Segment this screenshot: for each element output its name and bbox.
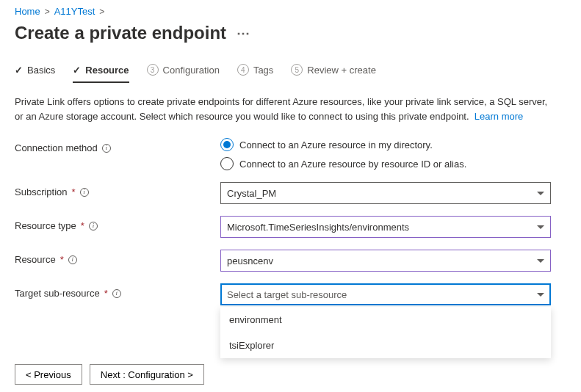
tab-tags-label: Tags [253, 65, 273, 76]
label-subscription: Subscription * i [15, 182, 220, 197]
chevron-down-icon [537, 259, 544, 263]
previous-button[interactable]: < Previous [15, 364, 82, 385]
label-connection-method-text: Connection method [15, 142, 98, 153]
label-resource-type: Resource type * i [15, 216, 220, 231]
radio-connect-resourceid-label: Connect to an Azure resource by resource… [239, 159, 466, 170]
required-icon: * [60, 254, 64, 265]
subscription-select[interactable]: Crystal_PM [220, 182, 551, 204]
tab-resource-label: Resource [85, 65, 129, 76]
radio-connect-directory-label: Connect to an Azure resource in my direc… [239, 139, 433, 150]
dropdown-item-environment[interactable]: environment [220, 307, 551, 333]
resource-type-select[interactable]: Microsoft.TimeSeriesInsights/environment… [220, 216, 551, 238]
label-subscription-text: Subscription [15, 186, 68, 197]
more-icon[interactable]: ⋯ [237, 25, 250, 41]
target-sub-resource-dropdown: environment tsiExplorer [220, 307, 551, 358]
breadcrumb: Home > A11YTest > [15, 6, 566, 17]
dropdown-item-tsiexplorer[interactable]: tsiExplorer [220, 333, 551, 358]
step-number-icon: 3 [147, 64, 159, 76]
wizard-footer: < Previous Next : Configuration > [15, 364, 566, 385]
tab-basics-label: Basics [27, 65, 55, 76]
target-sub-resource-select[interactable]: Select a target sub-resource [220, 283, 551, 305]
required-icon: * [81, 220, 84, 231]
chevron-right-icon: > [45, 7, 50, 17]
radio-connect-resourceid[interactable]: Connect to an Azure resource by resource… [220, 157, 551, 170]
radio-icon-selected [220, 138, 234, 151]
info-icon[interactable]: i [89, 222, 98, 231]
wizard-tabs: ✓ Basics ✓ Resource 3 Configuration 4 Ta… [15, 64, 566, 83]
required-icon: * [104, 288, 108, 299]
label-resource-text: Resource [15, 254, 56, 265]
step-number-icon: 5 [291, 64, 303, 76]
next-button[interactable]: Next : Configuration > [90, 364, 204, 385]
label-target-sub-resource: Target sub-resource * i [15, 283, 220, 299]
breadcrumb-a11ytest[interactable]: A11YTest [54, 6, 95, 17]
connection-method-radiogroup: Connect to an Azure resource in my direc… [220, 138, 551, 170]
required-icon: * [72, 186, 76, 197]
tab-review-label: Review + create [307, 65, 376, 76]
tab-tags[interactable]: 4 Tags [237, 64, 273, 83]
page-title-text: Create a private endpoint [15, 23, 226, 43]
info-icon[interactable]: i [80, 188, 89, 197]
info-icon[interactable]: i [68, 255, 77, 264]
resource-type-value: Microsoft.TimeSeriesInsights/environment… [227, 222, 409, 233]
chevron-right-icon: > [99, 7, 104, 17]
step-number-icon: 4 [237, 64, 249, 76]
resource-value: peusncenv [227, 255, 273, 266]
description-body: Private Link offers options to create pr… [15, 96, 547, 122]
breadcrumb-home[interactable]: Home [15, 6, 40, 17]
label-resource-type-text: Resource type [15, 220, 76, 231]
check-icon: ✓ [73, 65, 81, 76]
chevron-down-icon [537, 293, 544, 297]
radio-icon-unselected [220, 157, 234, 170]
learn-more-link[interactable]: Learn more [474, 111, 523, 122]
tab-configuration-label: Configuration [163, 65, 220, 76]
tab-configuration[interactable]: 3 Configuration [147, 64, 220, 83]
subscription-value: Crystal_PM [227, 188, 276, 199]
tab-review-create[interactable]: 5 Review + create [291, 64, 376, 83]
description-text: Private Link offers options to create pr… [15, 95, 558, 123]
label-resource: Resource * i [15, 250, 220, 265]
check-icon: ✓ [15, 65, 23, 76]
info-icon[interactable]: i [102, 144, 111, 153]
resource-select[interactable]: peusncenv [220, 250, 551, 272]
page-title: Create a private endpoint ⋯ [15, 23, 566, 43]
radio-connect-directory[interactable]: Connect to an Azure resource in my direc… [220, 138, 551, 151]
chevron-down-icon [537, 225, 544, 229]
label-connection-method: Connection method i [15, 138, 220, 153]
chevron-down-icon [537, 192, 544, 195]
tab-resource[interactable]: ✓ Resource [73, 65, 129, 83]
tab-basics[interactable]: ✓ Basics [15, 65, 55, 83]
label-target-sub-resource-text: Target sub-resource [15, 288, 100, 299]
target-sub-resource-placeholder: Select a target sub-resource [227, 289, 347, 300]
info-icon[interactable]: i [112, 289, 121, 298]
